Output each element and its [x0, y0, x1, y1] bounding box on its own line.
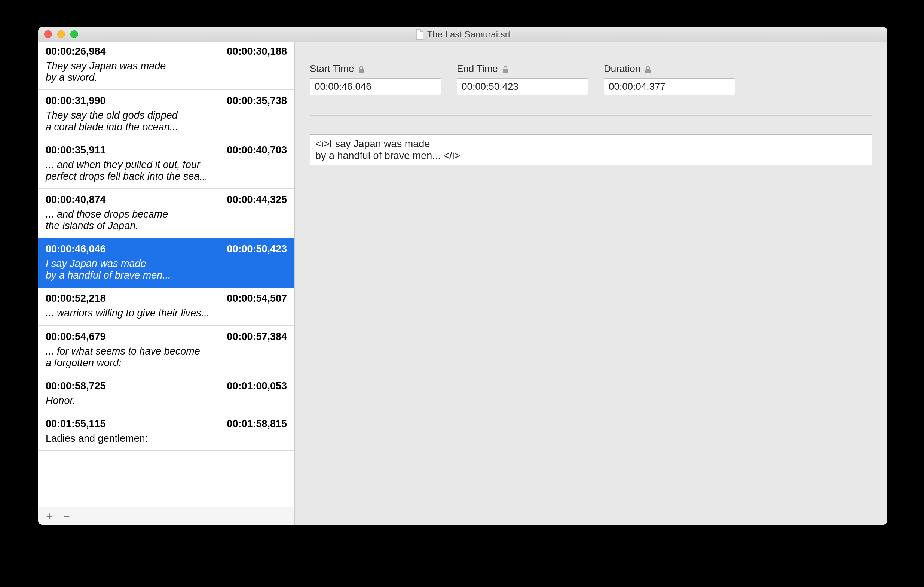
- subtitle-text: ... warriors willing to give their lives…: [46, 308, 287, 319]
- end-time: 00:00:50,423: [227, 243, 287, 255]
- app-window: The Last Samurai.srt 00:00:26,98400:00:3…: [38, 27, 887, 525]
- time-fields: Start Time End Time: [310, 42, 872, 95]
- subtitle-times: 00:00:31,99000:00:35,738: [46, 95, 287, 107]
- subtitle-times: 00:00:46,04600:00:50,423: [46, 243, 287, 255]
- subtitle-text: I say Japan was made by a handful of bra…: [46, 258, 287, 281]
- subtitle-text: ... for what seems to have become a forg…: [46, 346, 287, 369]
- start-time: 00:01:55,115: [46, 418, 106, 430]
- subtitle-list-panel: 00:00:26,98400:00:30,188They say Japan w…: [38, 42, 295, 525]
- label-text: Duration: [604, 63, 640, 74]
- subtitle-row[interactable]: 00:01:55,11500:01:58,815Ladies and gentl…: [38, 413, 294, 451]
- subtitle-text: ... and those drops became the islands o…: [46, 208, 287, 232]
- minimize-button[interactable]: [57, 30, 65, 38]
- subtitle-text: Ladies and gentlemen:: [46, 433, 287, 444]
- duration-label: Duration: [604, 63, 735, 74]
- subtitle-list[interactable]: 00:00:26,98400:00:30,188They say Japan w…: [38, 42, 294, 507]
- window-title: The Last Samurai.srt: [427, 29, 511, 40]
- end-time: 00:00:57,384: [227, 331, 287, 342]
- lock-icon[interactable]: [358, 65, 365, 73]
- subtitle-times: 00:00:54,67900:00:57,384: [46, 331, 287, 342]
- start-time: 00:00:35,911: [46, 144, 106, 156]
- subtitle-times: 00:00:35,91100:00:40,703: [46, 144, 287, 156]
- subtitle-times: 00:01:55,11500:01:58,815: [46, 418, 287, 430]
- start-time: 00:00:46,046: [46, 243, 106, 255]
- end-time: 00:00:54,507: [227, 293, 287, 304]
- lock-icon[interactable]: [644, 65, 652, 73]
- subtitle-row[interactable]: 00:00:26,98400:00:30,188They say Japan w…: [38, 42, 294, 90]
- subtitle-text: They say the old gods dipped a coral bla…: [46, 110, 287, 133]
- close-button[interactable]: [44, 30, 52, 38]
- start-time: 00:00:26,984: [46, 46, 106, 57]
- duration-input[interactable]: [604, 78, 735, 95]
- start-time: 00:00:31,990: [46, 95, 106, 107]
- window-controls: [44, 30, 78, 38]
- subtitle-row[interactable]: 00:00:31,99000:00:35,738They say the old…: [38, 90, 294, 139]
- subtitle-text-input[interactable]: [310, 134, 872, 165]
- duration-group: Duration: [604, 63, 735, 95]
- content-area: 00:00:26,98400:00:30,188They say Japan w…: [38, 42, 887, 525]
- label-text: Start Time: [310, 63, 354, 74]
- end-time: 00:00:35,738: [227, 95, 287, 107]
- add-subtitle-button[interactable]: +: [45, 511, 54, 522]
- end-time-label: End Time: [457, 63, 588, 74]
- remove-subtitle-button[interactable]: −: [62, 511, 71, 522]
- zoom-button[interactable]: [70, 30, 78, 38]
- titlebar[interactable]: The Last Samurai.srt: [38, 27, 887, 42]
- lock-icon[interactable]: [502, 65, 509, 73]
- list-footer: + −: [38, 507, 294, 525]
- start-time-label: Start Time: [310, 63, 441, 74]
- subtitle-times: 00:00:52,21800:00:54,507: [46, 293, 287, 304]
- subtitle-text: ... and when they pulled it out, four pe…: [46, 159, 287, 182]
- svg-rect-2: [645, 69, 650, 73]
- title-container: The Last Samurai.srt: [38, 29, 887, 40]
- end-time: 00:00:44,325: [227, 194, 287, 205]
- end-time: 00:01:58,815: [227, 418, 287, 430]
- svg-rect-0: [359, 69, 364, 73]
- detail-panel: Start Time End Time: [295, 42, 887, 525]
- start-time: 00:00:52,218: [46, 293, 106, 304]
- subtitle-times: 00:00:26,98400:00:30,188: [46, 46, 287, 57]
- end-time: 00:00:30,188: [227, 46, 287, 57]
- subtitle-row[interactable]: 00:00:46,04600:00:50,423I say Japan was …: [38, 238, 294, 288]
- start-time: 00:00:40,874: [46, 194, 106, 205]
- subtitle-text: Honor.: [46, 395, 287, 407]
- end-time-input[interactable]: [457, 78, 588, 95]
- end-time: 00:01:00,053: [227, 380, 287, 392]
- start-time: 00:00:54,679: [46, 331, 106, 342]
- end-time: 00:00:40,703: [227, 144, 287, 156]
- subtitle-row[interactable]: 00:00:35,91100:00:40,703... and when the…: [38, 139, 294, 189]
- divider: [310, 115, 872, 116]
- start-time-input[interactable]: [310, 78, 441, 95]
- subtitle-row[interactable]: 00:00:52,21800:00:54,507... warriors wil…: [38, 288, 294, 325]
- label-text: End Time: [457, 63, 498, 74]
- subtitle-row[interactable]: 00:00:40,87400:00:44,325... and those dr…: [38, 189, 294, 238]
- subtitle-text: They say Japan was made by a sword.: [46, 60, 287, 83]
- subtitle-times: 00:00:58,72500:01:00,053: [46, 380, 287, 392]
- start-time-group: Start Time: [310, 63, 441, 95]
- document-icon: [415, 29, 424, 40]
- subtitle-times: 00:00:40,87400:00:44,325: [46, 194, 287, 205]
- subtitle-row[interactable]: 00:00:58,72500:01:00,053Honor.: [38, 375, 294, 413]
- end-time-group: End Time: [457, 63, 588, 95]
- svg-rect-1: [503, 69, 508, 73]
- subtitle-row[interactable]: 00:00:54,67900:00:57,384... for what see…: [38, 326, 294, 375]
- start-time: 00:00:58,725: [46, 380, 106, 392]
